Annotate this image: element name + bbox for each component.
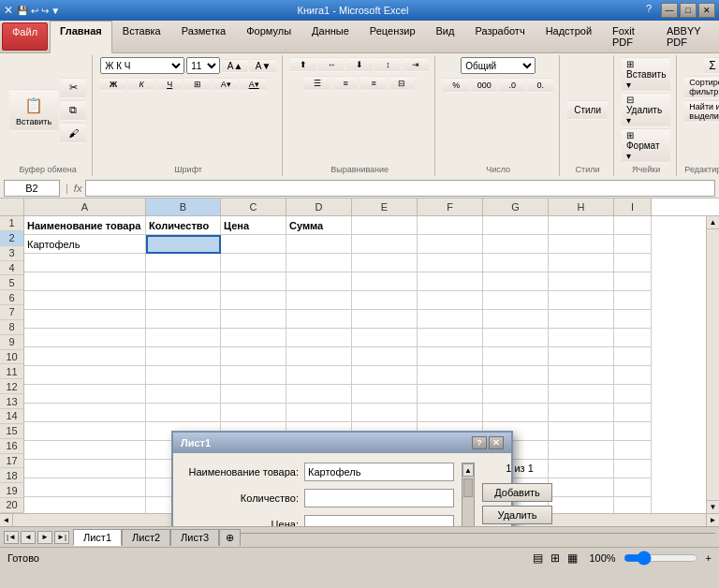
cell-f7[interactable] <box>418 329 483 347</box>
sheet-tab-1[interactable]: Лист1 <box>73 529 122 546</box>
cell-b4[interactable] <box>146 272 221 291</box>
cell-i11[interactable] <box>614 404 652 422</box>
row-header-10[interactable]: 10 <box>0 350 24 365</box>
underline-button[interactable]: Ч <box>156 78 183 91</box>
cell-d11[interactable] <box>286 404 352 422</box>
cell-e9[interactable] <box>352 366 418 385</box>
increase-font-button[interactable]: A▲ <box>222 59 248 73</box>
cell-c1[interactable]: Цена <box>221 216 286 235</box>
cell-c7[interactable] <box>221 329 286 347</box>
cell-a1[interactable]: Наименование товара <box>24 216 146 235</box>
cell-b5[interactable] <box>146 291 221 310</box>
cell-c9[interactable] <box>221 366 286 385</box>
cell-a14[interactable] <box>24 460 146 478</box>
row-header-18[interactable]: 18 <box>0 468 24 483</box>
help-btn[interactable]: ? <box>646 3 652 18</box>
row-header-9[interactable]: 9 <box>0 335 24 350</box>
scroll-up-button[interactable]: ▲ <box>707 216 719 229</box>
cell-g9[interactable] <box>483 366 549 385</box>
bold-button[interactable]: Ж <box>100 78 126 91</box>
cell-h5[interactable] <box>549 291 614 310</box>
cell-e7[interactable] <box>352 329 418 347</box>
align-middle-button[interactable]: ↔ <box>318 57 345 72</box>
cell-a4[interactable] <box>24 272 146 291</box>
cell-c11[interactable] <box>221 404 286 422</box>
cell-b2[interactable] <box>146 235 221 254</box>
cell-h7[interactable] <box>549 329 614 347</box>
cell-e1[interactable] <box>352 216 418 235</box>
cell-f2[interactable] <box>418 235 483 254</box>
cell-f5[interactable] <box>418 291 483 310</box>
col-header-d[interactable]: D <box>286 198 352 215</box>
align-center-button[interactable]: ≡ <box>332 76 359 91</box>
row-header-12[interactable]: 12 <box>0 379 24 394</box>
cell-b8[interactable] <box>146 347 221 366</box>
cell-e11[interactable] <box>352 404 418 422</box>
cell-f9[interactable] <box>418 366 483 385</box>
row-header-4[interactable]: 4 <box>0 261 24 276</box>
cell-c2[interactable] <box>221 235 286 254</box>
cell-d7[interactable] <box>286 329 352 347</box>
cell-h4[interactable] <box>549 272 614 291</box>
cell-b11[interactable] <box>146 404 221 422</box>
paste-button[interactable]: 📋 Вставить <box>9 89 58 131</box>
cell-i15[interactable] <box>614 478 652 497</box>
cell-i5[interactable] <box>614 291 652 310</box>
dialog-input-price[interactable] <box>304 515 454 526</box>
cell-b7[interactable] <box>146 329 221 347</box>
tab-developer[interactable]: Разработч <box>464 21 535 52</box>
cell-g2[interactable] <box>483 235 549 254</box>
cell-e4[interactable] <box>352 272 418 291</box>
align-top-button[interactable]: ⬆ <box>290 57 316 72</box>
cell-b3[interactable] <box>146 254 221 272</box>
format-painter-button[interactable]: 🖌 <box>60 123 86 143</box>
cell-i3[interactable] <box>614 254 652 272</box>
tab-home[interactable]: Главная <box>50 21 112 53</box>
cell-a16[interactable] <box>24 497 146 513</box>
cell-a7[interactable] <box>24 329 146 347</box>
font-color-button[interactable]: A▾ <box>241 78 267 91</box>
cell-i16[interactable] <box>614 497 652 513</box>
cell-d6[interactable] <box>286 310 352 329</box>
cell-h13[interactable] <box>549 441 614 460</box>
scroll-left-button[interactable]: ◄ <box>0 514 13 527</box>
cell-f4[interactable] <box>418 272 483 291</box>
scroll-right-button[interactable]: ► <box>706 514 719 527</box>
row-header-5[interactable]: 5 <box>0 275 24 290</box>
dialog-help-button[interactable]: ? <box>472 436 487 449</box>
tab-data[interactable]: Данные <box>301 21 360 52</box>
cell-g1[interactable] <box>483 216 549 235</box>
delete-cells-button[interactable]: ⊟ Удалить ▾ <box>622 93 670 127</box>
align-left-button[interactable]: ☰ <box>304 76 330 91</box>
cell-h16[interactable] <box>549 497 614 513</box>
cell-i9[interactable] <box>614 366 652 385</box>
percent-button[interactable]: % <box>443 78 469 93</box>
cell-f6[interactable] <box>418 310 483 329</box>
dialog-scroll-thumb[interactable] <box>463 478 473 497</box>
close-button[interactable]: ✕ <box>698 3 715 18</box>
fill-color-button[interactable]: A▾ <box>213 78 239 91</box>
cell-i4[interactable] <box>614 272 652 291</box>
cell-b1[interactable]: Количество <box>146 216 221 235</box>
cell-a2[interactable]: Картофель <box>24 235 146 254</box>
name-box[interactable] <box>4 180 60 197</box>
cell-d8[interactable] <box>286 347 352 366</box>
insert-cells-button[interactable]: ⊞ Вставить ▾ <box>622 57 670 92</box>
tab-layout[interactable]: Разметка <box>171 21 237 52</box>
cell-g4[interactable] <box>483 272 549 291</box>
cell-e3[interactable] <box>352 254 418 272</box>
cell-a5[interactable] <box>24 291 146 310</box>
cell-h2[interactable] <box>549 235 614 254</box>
cell-i14[interactable] <box>614 460 652 478</box>
cell-g10[interactable] <box>483 385 549 404</box>
cell-a9[interactable] <box>24 366 146 385</box>
cell-a10[interactable] <box>24 385 146 404</box>
tab-foxit[interactable]: Foxit PDF <box>602 21 656 52</box>
col-header-h[interactable]: H <box>549 198 614 215</box>
tab-formulas[interactable]: Формулы <box>236 21 301 52</box>
cell-d9[interactable] <box>286 366 352 385</box>
cell-i8[interactable] <box>614 347 652 366</box>
tab-insert[interactable]: Вставка <box>112 21 171 52</box>
cell-a15[interactable] <box>24 478 146 497</box>
row-header-17[interactable]: 17 <box>0 454 24 469</box>
